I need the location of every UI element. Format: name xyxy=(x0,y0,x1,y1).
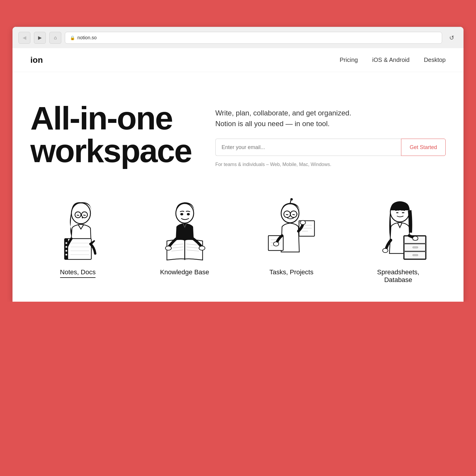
back-icon: ◀ xyxy=(23,35,26,40)
svg-point-6 xyxy=(82,217,83,218)
svg-line-5 xyxy=(83,215,86,215)
top-bar xyxy=(0,0,476,27)
knowledge-base-illustration xyxy=(155,197,214,262)
svg-line-37 xyxy=(286,214,288,215)
svg-point-17 xyxy=(176,203,194,223)
svg-point-48 xyxy=(273,242,279,246)
feature-spreadsheets: Spreadsheets, Database xyxy=(363,197,434,284)
bottom-bar xyxy=(0,302,476,321)
feature-knowledge-base: Knowledge Base xyxy=(149,197,220,284)
back-button[interactable]: ◀ xyxy=(18,32,30,44)
lock-icon: 🔒 xyxy=(70,35,75,40)
svg-line-38 xyxy=(292,214,295,215)
svg-point-15 xyxy=(65,250,67,252)
hero-section: All-in-one workspace Write, plan, collab… xyxy=(12,72,464,185)
nav-link-pricing[interactable]: Pricing xyxy=(340,57,358,63)
svg-point-19 xyxy=(187,213,190,215)
spreadsheets-illustration xyxy=(369,197,428,262)
svg-point-18 xyxy=(180,213,183,215)
hero-note: For teams & individuals – Web, Mobile, M… xyxy=(215,162,446,167)
feature-label-notes: Notes, Docs xyxy=(60,268,96,278)
svg-point-59 xyxy=(413,236,418,240)
svg-point-16 xyxy=(65,254,67,256)
feature-label-knowledge: Knowledge Base xyxy=(160,268,209,276)
get-started-button[interactable]: Get Started xyxy=(401,139,446,156)
refresh-button[interactable]: ↺ xyxy=(446,32,458,44)
website-content: ion Pricing iOS & Android Desktop All-in… xyxy=(12,48,464,302)
nav-link-desktop[interactable]: Desktop xyxy=(424,57,446,63)
nav-logo: ion xyxy=(30,55,43,65)
svg-point-60 xyxy=(383,248,388,253)
tasks-illustration xyxy=(262,197,321,262)
svg-point-27 xyxy=(165,246,171,250)
refresh-icon: ↺ xyxy=(449,34,454,41)
forward-icon: ▶ xyxy=(38,35,42,40)
svg-line-36 xyxy=(297,214,298,214)
nav-link-ios-android[interactable]: iOS & Android xyxy=(372,57,410,63)
hero-subtitle: Write, plan, collaborate, and get organi… xyxy=(215,108,446,129)
notes-docs-illustration xyxy=(48,197,108,262)
svg-point-28 xyxy=(199,246,205,250)
url-text: notion.so xyxy=(77,35,97,40)
features-section: Notes, Docs xyxy=(12,185,464,302)
home-button[interactable]: ⌂ xyxy=(49,32,61,44)
svg-rect-56 xyxy=(413,247,418,248)
browser-chrome: ◀ ▶ ⌂ 🔒 notion.so ↺ xyxy=(12,27,464,48)
email-input[interactable] xyxy=(215,139,401,156)
svg-point-31 xyxy=(290,198,293,201)
home-icon: ⌂ xyxy=(54,35,57,40)
feature-label-tasks: Tasks, Projects xyxy=(270,268,314,276)
feature-label-spreadsheets: Spreadsheets, Database xyxy=(363,268,434,284)
nav-links: Pricing iOS & Android Desktop xyxy=(340,57,446,63)
svg-point-14 xyxy=(65,246,67,248)
hero-title: All-in-one workspace xyxy=(30,102,192,167)
hero-right: Write, plan, collaborate, and get organi… xyxy=(215,102,446,167)
svg-point-47 xyxy=(300,220,306,225)
svg-line-4 xyxy=(77,215,79,215)
feature-tasks: Tasks, Projects xyxy=(256,197,327,284)
svg-rect-58 xyxy=(413,254,418,256)
email-row: Get Started xyxy=(215,139,446,156)
feature-notes-docs: Notes, Docs xyxy=(42,197,114,284)
svg-point-13 xyxy=(65,242,67,244)
site-nav: ion Pricing iOS & Android Desktop xyxy=(12,48,464,72)
address-bar[interactable]: 🔒 notion.so xyxy=(65,32,442,44)
forward-button[interactable]: ▶ xyxy=(34,32,46,44)
hero-left: All-in-one workspace xyxy=(30,102,192,167)
